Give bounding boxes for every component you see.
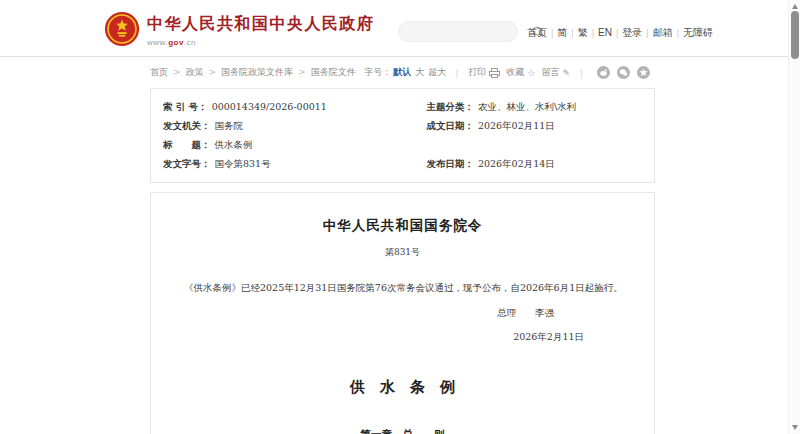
search-box[interactable] — [398, 21, 518, 42]
fontsize-label: 字号： — [364, 66, 391, 79]
meta-title: 标 题：供水条例 — [163, 135, 426, 154]
breadcrumb-separator: > — [293, 67, 311, 77]
comment-button[interactable]: 留言 ✎ — [541, 66, 570, 79]
meta-publish-date: 发布日期：2026年02月14日 — [426, 154, 642, 173]
breadcrumb-item-docs[interactable]: 国务院文件 — [311, 67, 356, 77]
site-header: 中华人民共和国中央人民政府 www.gov.cn 首页|简|繁|EN|登录|邮箱… — [0, 0, 800, 57]
meta-written-date: 成文日期：2026年02月11日 — [426, 116, 642, 135]
meta-agency: 发文机关：国务院 — [163, 116, 426, 135]
meta-topic: 主题分类：农业、林业、水利\水利 — [426, 97, 642, 116]
nav-separator: | — [567, 28, 577, 38]
print-label: 打印 — [468, 66, 486, 79]
meta-agency-value: 国务院 — [215, 120, 244, 131]
meta-title-value: 供水条例 — [215, 139, 253, 150]
breadcrumb-item-policy[interactable]: 政策 — [186, 67, 204, 77]
law-title: 供 水 条 例 — [165, 374, 640, 400]
meta-index-value: 000014349/2026-00011 — [212, 101, 327, 112]
document-metadata-card: 索 引 号：000014349/2026-00011 主题分类：农业、林业、水利… — [150, 88, 655, 183]
main-content: 索 引 号：000014349/2026-00011 主题分类：农业、林业、水利… — [150, 88, 655, 434]
meta-title-label: 标 题： — [163, 139, 211, 150]
meta-publish-date-value: 2026年02月14日 — [478, 158, 555, 169]
page-tools: 字号： 默认 大 超大 | 打印 收藏 ☆ 留言 ✎ | — [364, 66, 650, 79]
meta-empty-cell — [426, 135, 642, 154]
site-title: 中华人民共和国中央人民政府 — [147, 14, 375, 35]
search-input[interactable] — [399, 27, 532, 37]
meta-index-label: 索 引 号： — [163, 101, 208, 112]
meta-docno: 发文字号：国令第831号 — [163, 154, 426, 173]
scrollbar[interactable] — [788, 0, 800, 434]
scrollbar-down-arrow[interactable] — [792, 425, 798, 430]
meta-written-date-label: 成文日期： — [426, 120, 474, 131]
tools-divider: | — [573, 68, 590, 78]
meta-agency-label: 发文机关： — [163, 120, 211, 131]
meta-publish-date-label: 发布日期： — [426, 158, 474, 169]
decree-number: 第831号 — [165, 245, 640, 261]
nav-link-home[interactable]: 首页 — [527, 27, 547, 38]
toolbar-row: 首页>政策>国务院政策文件库>国务院文件 字号： 默认 大 超大 | 打印 收藏… — [0, 57, 800, 84]
breadcrumb-item-library[interactable]: 国务院政策文件库 — [221, 67, 293, 77]
chapter-heading: 第一章 总 则 — [165, 425, 640, 434]
site-url-www: www. — [147, 38, 168, 47]
pencil-icon: ✎ — [562, 68, 570, 78]
nav-link-login[interactable]: 登录 — [622, 27, 642, 38]
meta-topic-value: 农业、林业、水利\水利 — [478, 101, 576, 112]
tools-divider: | — [448, 68, 465, 78]
site-url-gov: gov — [168, 38, 184, 47]
document-body-card: 中华人民共和国国务院令 第831号 《供水条例》已经2025年12月31日国务院… — [150, 192, 655, 434]
nav-separator: | — [642, 28, 652, 38]
weibo-icon — [599, 68, 608, 77]
breadcrumb-item-home[interactable]: 首页 — [150, 67, 168, 77]
star-icon: ☆ — [527, 68, 535, 78]
meta-topic-label: 主题分类： — [426, 101, 474, 112]
print-button[interactable]: 打印 — [468, 66, 500, 79]
decree-title: 中华人民共和国国务院令 — [165, 214, 640, 238]
breadcrumb: 首页>政策>国务院政策文件库>国务院文件 — [150, 66, 356, 79]
nav-link-mail[interactable]: 邮箱 — [653, 27, 673, 38]
nav-separator: | — [673, 28, 683, 38]
nav-link-simplified[interactable]: 简 — [557, 27, 567, 38]
fontsize-xlarge-button[interactable]: 超大 — [428, 66, 446, 79]
metadata-grid: 索 引 号：000014349/2026-00011 主题分类：农业、林业、水利… — [163, 97, 642, 173]
nav-link-traditional[interactable]: 繁 — [578, 27, 588, 38]
breadcrumb-separator: > — [168, 67, 186, 77]
printer-icon — [489, 68, 500, 78]
breadcrumb-separator: > — [204, 67, 222, 77]
decree-sign-date: 2026年2月11日 — [165, 329, 640, 346]
top-nav: 首页|简|繁|EN|登录|邮箱|无障碍 — [527, 26, 713, 40]
nav-separator: | — [612, 28, 622, 38]
site-url-cn: .cn — [184, 38, 196, 47]
share-weibo-button[interactable] — [597, 66, 610, 79]
decree-announcement: 《供水条例》已经2025年12月31日国务院第76次常务会议通过，现予公布，自2… — [165, 280, 640, 297]
nav-separator: | — [588, 28, 598, 38]
nav-link-english[interactable]: EN — [598, 27, 612, 38]
fontsize-large-button[interactable]: 大 — [415, 66, 424, 79]
favorite-button[interactable]: 收藏 ☆ — [506, 66, 535, 79]
scrollbar-up-arrow[interactable] — [792, 4, 798, 9]
decree-signer: 总理 李强 — [165, 305, 640, 322]
meta-docno-value: 国令第831号 — [215, 158, 271, 169]
site-title-block: 中华人民共和国中央人民政府 www.gov.cn — [147, 14, 375, 47]
nav-separator: | — [547, 28, 557, 38]
comment-label: 留言 — [541, 66, 559, 79]
nav-link-accessibility[interactable]: 无障碍 — [683, 27, 713, 38]
national-emblem-logo — [104, 11, 140, 47]
share-wechat-button[interactable] — [617, 66, 630, 79]
favorite-label: 收藏 — [506, 66, 524, 79]
share-qzone-button[interactable] — [637, 66, 650, 79]
meta-docno-label: 发文字号： — [163, 158, 211, 169]
scrollbar-thumb[interactable] — [791, 11, 799, 59]
qzone-star-icon — [639, 68, 648, 77]
meta-written-date-value: 2026年02月11日 — [478, 120, 555, 131]
page: 中华人民共和国中央人民政府 www.gov.cn 首页|简|繁|EN|登录|邮箱… — [0, 0, 800, 434]
site-url: www.gov.cn — [147, 38, 375, 47]
wechat-icon — [619, 68, 628, 77]
meta-index: 索 引 号：000014349/2026-00011 — [163, 97, 426, 116]
fontsize-default-button[interactable]: 默认 — [393, 66, 411, 79]
